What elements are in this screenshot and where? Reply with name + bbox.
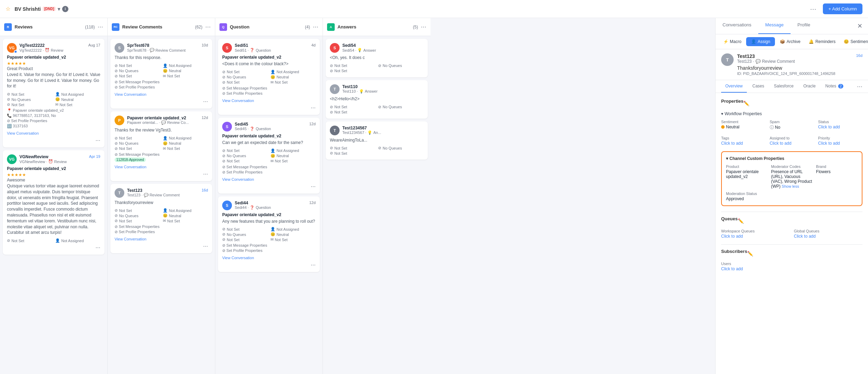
card-name-vgtest22222: VgTest22222 <box>19 43 85 48</box>
column-more-review-comments[interactable]: ⋯ <box>205 24 211 30</box>
assign-button[interactable]: 👤 Assign <box>746 37 775 46</box>
top-bar: ☆ BV Shrishti [DND] ▾ i ⋯ + Add Column <box>0 0 868 18</box>
card-sedi44: S Sedi44 Sedi44 · ❓ Question 12d Papaver… <box>218 196 320 272</box>
card-sub-sprtest678: SprTest678 · 💬 Review Comment <box>127 48 199 52</box>
card-more-vgnewreview[interactable]: ⋯ <box>95 245 100 250</box>
column-more-question[interactable]: ⋯ <box>313 24 318 30</box>
dnd-badge: [DND] <box>43 7 55 11</box>
prop-value-tags[interactable]: Click to add <box>721 141 766 146</box>
prop-value-assigned[interactable]: Click to add <box>770 141 814 146</box>
card-ids-vgtest22222: 📞 967788517, 3137163, No <box>7 113 100 118</box>
star-icon[interactable]: ☆ <box>6 6 10 12</box>
view-conversation-sedi44[interactable]: View Conversation <box>222 256 254 260</box>
view-conversation-sedi45[interactable]: View Conversation <box>222 177 254 181</box>
card-message-vgtest22222: Great ProductLoved it. Value for money. … <box>7 66 100 89</box>
sentiment-icon: 😊 <box>844 39 849 44</box>
card-date-test123-rc: 16d <box>202 188 208 192</box>
prop-value-subscribers-users[interactable]: Click to add <box>721 266 862 271</box>
card-name-sprtest678: SprTest678 <box>127 43 199 48</box>
tab-message[interactable]: Message <box>758 18 791 34</box>
prop-subscribers-users: Users Click to add <box>721 262 862 271</box>
reminders-button[interactable]: 🔔 Reminders <box>805 37 839 46</box>
prop-value-workspace-queues[interactable]: Click to add <box>721 234 790 239</box>
rp-sub-tabs: Overview Cases Salesforce Oracle Notes 2… <box>716 80 868 93</box>
prop-status: Status Click to add <box>818 120 862 130</box>
card-sub-sedi51: Sedi51 · ❓ Question <box>235 48 309 52</box>
sub-tab-oracle[interactable]: Oracle <box>799 80 820 93</box>
prop-label-assigned: Assigned to <box>770 136 814 140</box>
card-meta-sedi54: ⊘ Not Set ⊘ No Queues ⊘ Not Set <box>330 63 424 73</box>
card-product-vgtest22222: Papaver orientale updated_v2 <box>7 55 100 60</box>
card-name-vgnewreview: VGNewReview <box>19 154 86 159</box>
card-more-papaver-rc[interactable]: ⋯ <box>203 171 208 177</box>
prop-value-priority[interactable]: Click to add <box>818 141 862 146</box>
sub-tab-more-button[interactable]: ⋯ <box>857 83 862 90</box>
prop-value-status[interactable]: Click to add <box>818 125 862 129</box>
view-conversation-test123-rc[interactable]: View Conversation <box>115 237 147 241</box>
show-less-link[interactable]: Show less <box>782 184 799 188</box>
archive-icon: 📦 <box>780 39 785 44</box>
view-conversation-sprtest678[interactable]: View Conversation <box>115 92 147 96</box>
card-date-vgnewreview: Apr 19 <box>89 154 100 159</box>
moderation-status-row: Moderation Status Approved <box>726 192 858 201</box>
rp-conv-info: Test123 Test123 · 💬 Review Comment Thank… <box>737 53 853 76</box>
queues-edit-button[interactable]: ✏️ <box>738 218 744 224</box>
card-stars-vgnewreview: ★★★★★ <box>7 172 100 177</box>
sub-tab-cases[interactable]: Cases <box>748 80 768 93</box>
card-more-sprtest678[interactable]: ⋯ <box>203 99 208 104</box>
card-meta-sedi45: ⊘ Not Set 👤 Not Assigned ⊘ No Queues 😐 N… <box>222 148 316 163</box>
view-conversation-papaver-rc[interactable]: View Conversation <box>115 165 147 169</box>
sub-tab-notes[interactable]: Notes 2 <box>821 80 848 93</box>
rp-conv-avatar: T <box>721 53 734 66</box>
card-date-sedi44: 12d <box>309 201 316 205</box>
column-count-answers: (5) <box>413 25 418 29</box>
card-message-sedi44: Any new features that you are planning t… <box>222 219 316 224</box>
chevron-down-icon[interactable]: ▾ <box>58 6 60 12</box>
card-more-vgtest22222[interactable]: ⋯ <box>95 138 100 143</box>
card-more-test123-rc[interactable]: ⋯ <box>203 244 208 249</box>
prop-sentiment: Sentiment Neutral <box>721 120 766 130</box>
tab-conversations[interactable]: Conversations <box>716 18 758 34</box>
info-icon[interactable]: i <box>62 6 68 12</box>
custom-props-grid: Product Papaver orientale updated_v2 Mod… <box>726 164 858 189</box>
archive-button[interactable]: 📦 Archive <box>776 37 804 46</box>
column-cards-question: S Sedi51 Sedi51 · ❓ Question 4d Papaver … <box>215 36 323 374</box>
properties-edit-button[interactable]: ✏️ <box>743 101 749 106</box>
close-panel-button[interactable]: ✕ <box>852 18 868 34</box>
more-options-button[interactable]: ⋯ <box>808 3 819 15</box>
macro-button[interactable]: ⚡ Macro <box>720 37 745 46</box>
card-id2-vgtest22222: 🔢 3137163 <box>7 124 100 128</box>
card-name-test123-rc: Test123 <box>127 188 199 193</box>
view-conversation-vgtest22222[interactable]: View Conversation <box>7 131 39 135</box>
prop-priority: Priority Click to add <box>818 136 862 146</box>
card-test1234567: T Test1234567 Test1234567 · 💡 An... Wear… <box>326 121 428 160</box>
sentiment-label: Sentiment <box>850 39 868 44</box>
card-more-sedi51[interactable]: ⋯ <box>311 105 316 111</box>
card-more-sedi45[interactable]: ⋯ <box>311 184 316 189</box>
tab-profile[interactable]: Profile <box>791 18 817 34</box>
card-message-vgnewreview: AwesomeQuisque varius tortor vitae augue… <box>7 177 100 236</box>
column-icon-review-comments: RC <box>112 23 119 31</box>
sub-tab-salesforce[interactable]: Salesforce <box>770 80 798 93</box>
column-more-reviews[interactable]: ⋯ <box>98 24 103 30</box>
prop-value-moderator: Presence of URL (URL), Vacuous (VAC), Wr… <box>771 169 813 189</box>
prop-global-queues: Global Queues Click to add <box>794 229 863 239</box>
card-product-sedi44: Papaver orientale updated_v2 <box>222 212 316 217</box>
prop-value-product: Papaver orientale updated_v2 <box>726 169 768 179</box>
column-more-answers[interactable]: ⋯ <box>421 24 426 30</box>
card-more-sedi44[interactable]: ⋯ <box>311 262 316 268</box>
card-message-sedi54: <Oh, yes. It does c <box>330 55 424 61</box>
sub-tab-overview[interactable]: Overview <box>721 80 747 93</box>
view-conversation-sedi51[interactable]: View Conversation <box>222 99 254 103</box>
card-meta-vgtest22222: ⊘ Not Set 👤 Not Assigned ⊘ No Queues 😐 N… <box>7 92 100 107</box>
card-sedi45: S Sedi45 Sedi45 · ❓ Question 12d Papaver… <box>218 118 320 194</box>
card-date-vgtest22222: Aug 17 <box>88 43 100 47</box>
add-column-button[interactable]: + Add Column <box>823 3 862 14</box>
column-question: Q Question (4) ⋯ S Sedi51 Sedi51 · ❓ Que… <box>215 18 323 374</box>
card-meta-sedi51: ⊘ Not Set 👤 Not Assigned ⊘ No Queues 😐 N… <box>222 70 316 85</box>
subscribers-edit-button[interactable]: ✏️ <box>747 251 753 256</box>
card-profile-props-test123-rc: ⊘ Set Profile Properties <box>115 230 208 234</box>
prop-value-global-queues[interactable]: Click to add <box>794 234 863 239</box>
sentiment-button[interactable]: 😊 Sentiment <box>840 37 868 46</box>
archive-label: Archive <box>786 39 800 44</box>
